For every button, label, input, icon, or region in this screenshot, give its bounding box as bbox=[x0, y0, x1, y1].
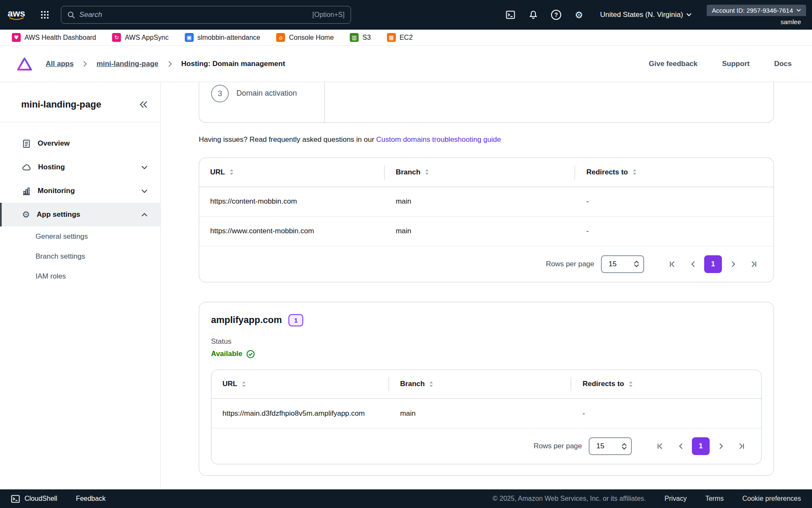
column-header-branch[interactable]: Branch bbox=[385, 158, 576, 187]
last-page-button[interactable] bbox=[732, 437, 750, 455]
sidebar-subitem-label: Branch settings bbox=[36, 252, 85, 261]
next-page-button[interactable] bbox=[724, 255, 742, 273]
sidebar-item-overview[interactable]: Overview bbox=[0, 132, 160, 155]
last-page-icon bbox=[750, 261, 757, 268]
pagination: 1 bbox=[664, 255, 763, 273]
page-1-button[interactable]: 1 bbox=[692, 437, 710, 455]
cloudshell-icon[interactable] bbox=[501, 6, 520, 23]
feedback-link[interactable]: Feedback bbox=[76, 495, 105, 502]
sidebar-item-hosting[interactable]: Hosting bbox=[0, 155, 160, 179]
table-header-row: URL Branch Redirects to bbox=[199, 158, 774, 187]
column-label: Redirects to bbox=[586, 168, 628, 177]
status-value: Available bbox=[211, 350, 242, 358]
services-grid-icon[interactable] bbox=[36, 6, 53, 23]
column-header-redirects-to[interactable]: Redirects to bbox=[575, 158, 774, 187]
docs-link[interactable]: Docs bbox=[774, 60, 792, 68]
cell-branch: main bbox=[385, 216, 576, 246]
table-row: https://www.content-mobbin.com main - bbox=[199, 216, 774, 246]
cookie-preferences-link[interactable]: Cookie preferences bbox=[742, 495, 801, 502]
chevron-up-icon bbox=[141, 213, 148, 217]
caret-down-icon bbox=[796, 9, 801, 12]
first-page-icon bbox=[669, 261, 676, 268]
breadcrumb-app-name[interactable]: mini-landing-page bbox=[96, 60, 158, 68]
document-icon bbox=[22, 139, 31, 148]
favorite-aws-health-dashboard[interactable]: ♥AWS Health Dashboard bbox=[12, 33, 96, 42]
page-1-button[interactable]: 1 bbox=[704, 255, 722, 273]
sidebar-item-general-settings[interactable]: General settings bbox=[0, 226, 160, 246]
chevron-right-icon bbox=[83, 61, 87, 67]
cloudshell-launcher[interactable]: CloudShell bbox=[11, 494, 57, 503]
count-badge: 1 bbox=[288, 314, 303, 326]
chevron-down-icon bbox=[141, 189, 148, 193]
aws-smile-icon bbox=[9, 17, 24, 20]
sidebar-item-monitoring[interactable]: Monitoring bbox=[0, 179, 160, 203]
domain-setup-steps-card: 3 Domain activation bbox=[199, 82, 774, 123]
sidebar-subitem-label: IAM roles bbox=[36, 272, 66, 281]
account-username: samlee bbox=[781, 18, 806, 25]
status-label: Status bbox=[211, 337, 762, 346]
column-label: Branch bbox=[400, 380, 425, 388]
terms-link[interactable]: Terms bbox=[705, 495, 724, 502]
favorite-label: S3 bbox=[362, 34, 371, 41]
favorite-ec2[interactable]: ▦EC2 bbox=[387, 33, 413, 42]
favorite-aws-appsync[interactable]: ↻AWS AppSync bbox=[112, 33, 168, 42]
first-page-button[interactable] bbox=[664, 255, 681, 273]
sidebar-item-branch-settings[interactable]: Branch settings bbox=[0, 246, 160, 266]
last-page-button[interactable] bbox=[745, 255, 763, 273]
troubleshooting-guide-link[interactable]: Custom domains troubleshooting guide bbox=[376, 135, 501, 144]
region-selector[interactable]: United States (N. Virginia) bbox=[593, 11, 699, 19]
appsync-icon: ↻ bbox=[112, 33, 121, 42]
chevron-left-icon bbox=[678, 443, 683, 450]
breadcrumb-all-apps[interactable]: All apps bbox=[46, 60, 74, 68]
cell-redirects-to: - bbox=[571, 399, 761, 428]
settings-gear-icon[interactable]: ⚙ bbox=[570, 6, 588, 23]
give-feedback-link[interactable]: Give feedback bbox=[649, 60, 697, 68]
sidebar-item-label: App settings bbox=[37, 210, 80, 219]
sidebar-item-iam-roles[interactable]: IAM roles bbox=[0, 266, 160, 286]
table-pagination-footer: Rows per page 15 1 bbox=[199, 246, 774, 282]
amplifyapp-urls-table: URL Branch Redirects to https://main.d3f… bbox=[211, 370, 762, 465]
region-label: United States (N. Virginia) bbox=[600, 11, 683, 19]
help-icon[interactable]: ? bbox=[547, 6, 565, 23]
sort-icon bbox=[628, 381, 634, 387]
amplify-logo[interactable] bbox=[16, 56, 33, 72]
notifications-bell-icon[interactable] bbox=[524, 6, 543, 23]
rows-per-page-select[interactable]: 15 bbox=[589, 437, 632, 455]
search-shortcut: [Option+S] bbox=[313, 11, 345, 19]
column-label: Redirects to bbox=[582, 380, 624, 388]
column-header-branch[interactable]: Branch bbox=[389, 370, 572, 399]
chevron-right-icon bbox=[731, 261, 736, 268]
search-placeholder: Search bbox=[80, 11, 102, 19]
previous-page-button[interactable] bbox=[672, 437, 689, 455]
account-id-button[interactable]: Account ID: 2957-9346-7614 bbox=[707, 5, 806, 16]
step-number: 3 bbox=[218, 89, 222, 98]
favorite-console-home[interactable]: ⌂Console Home bbox=[276, 33, 334, 42]
favorite-s3[interactable]: ▥S3 bbox=[350, 33, 371, 42]
next-page-button[interactable] bbox=[712, 437, 730, 455]
cell-branch: main bbox=[389, 399, 572, 428]
rows-per-page-select[interactable]: 15 bbox=[601, 255, 644, 273]
side-navigation: mini-landing-page Overview Hosting bbox=[0, 82, 161, 489]
column-header-url[interactable]: URL bbox=[211, 370, 389, 399]
sidebar-item-app-settings[interactable]: ⚙ App settings bbox=[0, 203, 160, 226]
table-row: https://content-mobbin.com main - bbox=[199, 187, 774, 216]
favorite-slmobbin-attendance[interactable]: ▣slmobbin-attendance bbox=[185, 33, 261, 42]
column-label: URL bbox=[222, 380, 237, 388]
column-header-url[interactable]: URL bbox=[199, 158, 385, 187]
first-page-button[interactable] bbox=[651, 437, 669, 455]
column-label: Branch bbox=[396, 168, 421, 177]
help-text: Having issues? Read frequently asked que… bbox=[199, 135, 374, 144]
privacy-link[interactable]: Privacy bbox=[664, 495, 686, 502]
favorites-bar: ♥AWS Health Dashboard ↻AWS AppSync ▣slmo… bbox=[0, 30, 812, 46]
previous-page-button[interactable] bbox=[684, 255, 702, 273]
sidebar-app-title: mini-landing-page bbox=[21, 99, 101, 110]
pagination: 1 bbox=[651, 437, 750, 455]
console-home-icon: ⌂ bbox=[276, 33, 285, 42]
column-header-redirects-to[interactable]: Redirects to bbox=[571, 370, 761, 399]
chevron-down-icon bbox=[141, 166, 148, 169]
search-input[interactable]: Search [Option+S] bbox=[61, 6, 351, 24]
sidebar-collapse-icon[interactable] bbox=[139, 101, 148, 108]
rows-per-page-value: 15 bbox=[596, 442, 604, 450]
support-link[interactable]: Support bbox=[722, 60, 749, 68]
aws-logo[interactable]: aws bbox=[8, 9, 25, 20]
